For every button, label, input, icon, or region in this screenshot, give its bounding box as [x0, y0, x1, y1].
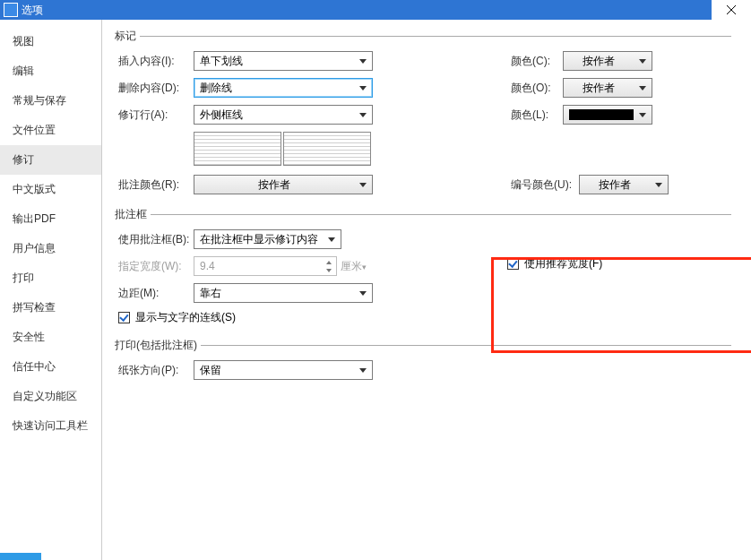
preview-pane-left: [194, 132, 281, 166]
revised-color-label: 颜色(L):: [507, 108, 563, 123]
chevron-down-icon: [356, 108, 370, 122]
insert-dropdown[interactable]: 单下划线: [194, 51, 373, 71]
revised-label: 修订行(A):: [115, 108, 194, 123]
sidebar-item[interactable]: 常规与保存: [0, 86, 101, 116]
sidebar-item[interactable]: 打印: [0, 263, 101, 293]
delete-dropdown[interactable]: 删除线: [194, 78, 373, 98]
checkbox-icon: [507, 258, 519, 270]
preview-pane-right: [283, 132, 371, 166]
sidebar-item[interactable]: 中文版式: [0, 175, 101, 204]
orientation-label: 纸张方向(P):: [115, 363, 194, 378]
app-icon: [4, 3, 18, 17]
sidebar-item[interactable]: 用户信息: [0, 234, 101, 263]
insert-color-label: 颜色(C):: [507, 54, 563, 69]
group-print: 打印(包括批注框) 纸张方向(P): 保留: [115, 338, 731, 380]
group-marking: 标记 插入内容(I): 单下划线 删除内容(D): 删除线 修订行(A): 外侧…: [115, 29, 731, 202]
width-input[interactable]: [194, 260, 336, 272]
comment-color-dropdown[interactable]: 按作者: [194, 175, 373, 194]
show-lines-checkbox[interactable]: 显示与文字的连线(S): [118, 310, 236, 325]
insert-label: 插入内容(I):: [115, 54, 194, 69]
width-spinner[interactable]: [194, 256, 337, 276]
close-button[interactable]: [712, 0, 751, 20]
chevron-down-icon: [356, 54, 370, 68]
chevron-down-icon: [324, 232, 339, 246]
use-balloons-label: 使用批注框(B):: [115, 232, 194, 247]
width-label: 指定宽度(W):: [115, 259, 194, 274]
use-rec-width-label: 使用推荐宽度(F): [524, 256, 602, 271]
spinner-down-icon[interactable]: [323, 266, 335, 274]
margin-dropdown[interactable]: 靠右: [194, 283, 373, 303]
chevron-down-icon: [635, 54, 650, 68]
chevron-down-icon: [356, 177, 370, 192]
sidebar-item[interactable]: 自定义功能区: [0, 382, 101, 411]
insert-color-dropdown[interactable]: 按作者: [563, 51, 652, 71]
group-marking-title: 标记: [115, 29, 136, 44]
revised-color-dropdown[interactable]: [563, 105, 652, 125]
bottom-accent: [0, 553, 41, 560]
numbering-color-dropdown[interactable]: 按作者: [579, 175, 669, 194]
sidebar-item[interactable]: 信任中心: [0, 352, 101, 382]
delete-color-label: 颜色(O):: [507, 81, 563, 96]
spinner-up-icon[interactable]: [323, 258, 335, 266]
revised-dropdown[interactable]: 外侧框线: [194, 105, 373, 125]
window-title: 选项: [22, 3, 43, 18]
numbering-color-label: 编号颜色(U):: [507, 177, 579, 193]
sidebar-item[interactable]: 视图: [0, 27, 101, 56]
use-balloons-dropdown[interactable]: 在批注框中显示修订内容: [194, 229, 341, 249]
chevron-down-icon: [652, 177, 666, 192]
use-rec-width-checkbox[interactable]: 使用推荐宽度(F): [507, 256, 602, 271]
chevron-down-icon: [356, 81, 370, 95]
chevron-down-icon: [356, 363, 370, 377]
sidebar-item[interactable]: 拼写检查: [0, 293, 101, 323]
group-balloons: 批注框 使用批注框(B): 在批注框中显示修订内容 指定宽度(W): 厘米▾: [115, 207, 731, 332]
sidebar: 视图编辑常规与保存文件位置修订中文版式输出PDF用户信息打印拼写检查安全性信任中…: [0, 20, 102, 560]
chevron-down-icon: [356, 286, 370, 300]
checkbox-icon: [118, 312, 130, 323]
width-unit: 厘米▾: [341, 259, 367, 274]
main-panel: 标记 插入内容(I): 单下划线 删除内容(D): 删除线 修订行(A): 外侧…: [102, 20, 751, 560]
sidebar-item[interactable]: 文件位置: [0, 116, 101, 145]
sidebar-item[interactable]: 修订: [0, 145, 101, 175]
sidebar-item[interactable]: 输出PDF: [0, 204, 101, 234]
delete-color-dropdown[interactable]: 按作者: [563, 78, 652, 98]
sidebar-item[interactable]: 编辑: [0, 56, 101, 86]
comment-color-label: 批注颜色(R):: [115, 177, 194, 193]
color-swatch: [569, 109, 634, 120]
delete-label: 删除内容(D):: [115, 81, 194, 96]
sidebar-item[interactable]: 快速访问工具栏: [0, 411, 101, 441]
orientation-dropdown[interactable]: 保留: [194, 360, 373, 380]
titlebar: 选项: [0, 0, 751, 20]
revision-preview: [194, 132, 731, 166]
group-print-title: 打印(包括批注框): [115, 338, 197, 353]
close-icon: [726, 4, 737, 15]
show-lines-label: 显示与文字的连线(S): [135, 310, 236, 325]
group-balloons-title: 批注框: [115, 207, 147, 222]
chevron-down-icon: [635, 108, 650, 122]
sidebar-item[interactable]: 安全性: [0, 323, 101, 352]
chevron-down-icon: [635, 81, 650, 95]
margin-label: 边距(M):: [115, 286, 194, 301]
